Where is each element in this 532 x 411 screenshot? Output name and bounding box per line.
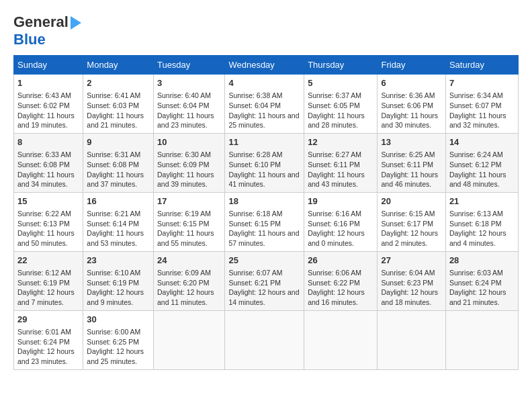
daylight-text: Daylight: 11 hours and 37 minutes. xyxy=(87,171,144,189)
calendar-cell: 30Sunrise: 6:00 AMSunset: 6:25 PMDayligh… xyxy=(83,310,154,369)
daylight-text: Daylight: 11 hours and 25 minutes. xyxy=(228,111,299,130)
calendar-week-row: 22Sunrise: 6:12 AMSunset: 6:19 PMDayligh… xyxy=(14,251,519,310)
daylight-text: Daylight: 12 hours and 9 minutes. xyxy=(87,288,144,306)
sunset-text: Sunset: 6:20 PM xyxy=(157,279,210,287)
day-number: 30 xyxy=(87,314,150,326)
calendar-cell: 6Sunrise: 6:36 AMSunset: 6:06 PMDaylight… xyxy=(378,75,445,134)
logo-blue: Blue xyxy=(13,31,46,48)
daylight-text: Daylight: 12 hours and 2 minutes. xyxy=(381,229,438,247)
sunrise-text: Sunrise: 6:12 AM xyxy=(17,269,71,277)
calendar-cell: 15Sunrise: 6:22 AMSunset: 6:13 PMDayligh… xyxy=(14,192,83,251)
calendar-cell: 3Sunrise: 6:40 AMSunset: 6:04 PMDaylight… xyxy=(153,75,224,134)
daylight-text: Daylight: 11 hours and 34 minutes. xyxy=(17,171,75,189)
calendar-cell: 20Sunrise: 6:15 AMSunset: 6:17 PMDayligh… xyxy=(378,192,445,251)
calendar-cell: 26Sunrise: 6:06 AMSunset: 6:22 PMDayligh… xyxy=(304,251,378,310)
sunset-text: Sunset: 6:08 PM xyxy=(17,161,70,169)
calendar-cell: 7Sunrise: 6:34 AMSunset: 6:07 PMDaylight… xyxy=(445,75,518,134)
calendar-cell: 17Sunrise: 6:19 AMSunset: 6:15 PMDayligh… xyxy=(153,192,224,251)
calendar-week-row: 1Sunrise: 6:43 AMSunset: 6:02 PMDaylight… xyxy=(14,75,519,134)
sunset-text: Sunset: 6:18 PM xyxy=(449,220,502,228)
sunrise-text: Sunrise: 6:04 AM xyxy=(381,269,435,277)
calendar-cell: 11Sunrise: 6:28 AMSunset: 6:10 PMDayligh… xyxy=(225,133,304,192)
daylight-text: Daylight: 12 hours and 11 minutes. xyxy=(157,288,214,306)
sunrise-text: Sunrise: 6:15 AM xyxy=(381,210,435,218)
logo-arrow-icon xyxy=(71,16,81,30)
day-number: 8 xyxy=(17,136,79,148)
day-number: 4 xyxy=(228,77,300,89)
daylight-text: Daylight: 12 hours and 23 minutes. xyxy=(17,347,75,365)
sunset-text: Sunset: 6:03 PM xyxy=(87,101,139,109)
sunset-text: Sunset: 6:04 PM xyxy=(157,101,210,109)
sunrise-text: Sunrise: 6:09 AM xyxy=(157,269,211,277)
sunset-text: Sunset: 6:19 PM xyxy=(17,279,70,287)
calendar-cell: 5Sunrise: 6:37 AMSunset: 6:05 PMDaylight… xyxy=(304,75,378,134)
calendar-cell: 21Sunrise: 6:13 AMSunset: 6:18 PMDayligh… xyxy=(445,192,518,251)
sunset-text: Sunset: 6:25 PM xyxy=(87,338,139,346)
calendar-header-row: SundayMondayTuesdayWednesdayThursdayFrid… xyxy=(14,56,519,75)
sunrise-text: Sunrise: 6:01 AM xyxy=(17,328,71,336)
calendar-cell: 10Sunrise: 6:30 AMSunset: 6:09 PMDayligh… xyxy=(153,133,224,192)
day-number: 24 xyxy=(157,255,221,267)
logo: General Blue xyxy=(13,13,81,48)
day-number: 25 xyxy=(228,255,300,267)
day-number: 9 xyxy=(87,136,150,148)
sunrise-text: Sunrise: 6:24 AM xyxy=(449,150,503,158)
calendar-cell: 2Sunrise: 6:41 AMSunset: 6:03 PMDaylight… xyxy=(83,75,154,134)
sunrise-text: Sunrise: 6:00 AM xyxy=(87,328,140,336)
calendar-cell: 19Sunrise: 6:16 AMSunset: 6:16 PMDayligh… xyxy=(304,192,378,251)
day-number: 2 xyxy=(87,77,150,89)
daylight-text: Daylight: 11 hours and 19 minutes. xyxy=(17,111,75,130)
daylight-text: Daylight: 11 hours and 30 minutes. xyxy=(381,111,438,130)
daylight-text: Daylight: 11 hours and 21 minutes. xyxy=(87,111,144,130)
day-number: 21 xyxy=(449,195,515,208)
calendar-cell: 13Sunrise: 6:25 AMSunset: 6:11 PMDayligh… xyxy=(378,133,445,192)
daylight-text: Daylight: 11 hours and 32 minutes. xyxy=(449,111,506,130)
day-number: 7 xyxy=(449,77,515,89)
day-number: 20 xyxy=(381,195,441,208)
daylight-text: Daylight: 12 hours and 18 minutes. xyxy=(381,288,438,306)
calendar-cell: 25Sunrise: 6:07 AMSunset: 6:21 PMDayligh… xyxy=(225,251,304,310)
sunrise-text: Sunrise: 6:25 AM xyxy=(381,150,435,158)
day-header-sunday: Sunday xyxy=(14,56,83,75)
sunrise-text: Sunrise: 6:19 AM xyxy=(157,210,211,218)
daylight-text: Daylight: 12 hours and 25 minutes. xyxy=(87,347,144,365)
day-number: 18 xyxy=(228,195,300,208)
daylight-text: Daylight: 11 hours and 48 minutes. xyxy=(449,171,506,189)
daylight-text: Daylight: 11 hours and 53 minutes. xyxy=(87,229,144,247)
logo-general: General xyxy=(13,13,69,31)
daylight-text: Daylight: 11 hours and 41 minutes. xyxy=(228,171,299,189)
calendar-cell xyxy=(378,310,445,369)
day-number: 29 xyxy=(17,314,79,326)
day-number: 5 xyxy=(308,77,373,89)
daylight-text: Daylight: 12 hours and 7 minutes. xyxy=(17,288,75,306)
daylight-text: Daylight: 11 hours and 46 minutes. xyxy=(381,171,438,189)
sunset-text: Sunset: 6:22 PM xyxy=(308,279,360,287)
sunrise-text: Sunrise: 6:07 AM xyxy=(228,269,282,277)
day-number: 17 xyxy=(157,195,221,208)
calendar-cell: 1Sunrise: 6:43 AMSunset: 6:02 PMDaylight… xyxy=(14,75,83,134)
calendar-cell: 22Sunrise: 6:12 AMSunset: 6:19 PMDayligh… xyxy=(14,251,83,310)
sunset-text: Sunset: 6:24 PM xyxy=(17,338,70,346)
calendar-cell: 9Sunrise: 6:31 AMSunset: 6:08 PMDaylight… xyxy=(83,133,154,192)
sunset-text: Sunset: 6:09 PM xyxy=(157,161,210,169)
daylight-text: Daylight: 12 hours and 0 minutes. xyxy=(308,229,365,247)
sunrise-text: Sunrise: 6:40 AM xyxy=(157,91,211,99)
calendar-cell: 24Sunrise: 6:09 AMSunset: 6:20 PMDayligh… xyxy=(153,251,224,310)
calendar-cell: 29Sunrise: 6:01 AMSunset: 6:24 PMDayligh… xyxy=(14,310,83,369)
sunrise-text: Sunrise: 6:21 AM xyxy=(87,210,140,218)
day-number: 12 xyxy=(308,136,373,148)
calendar-cell: 8Sunrise: 6:33 AMSunset: 6:08 PMDaylight… xyxy=(14,133,83,192)
sunset-text: Sunset: 6:16 PM xyxy=(308,220,360,228)
sunset-text: Sunset: 6:07 PM xyxy=(449,101,502,109)
day-number: 28 xyxy=(449,255,515,267)
daylight-text: Daylight: 11 hours and 39 minutes. xyxy=(157,171,214,189)
calendar-cell: 27Sunrise: 6:04 AMSunset: 6:23 PMDayligh… xyxy=(378,251,445,310)
calendar-week-row: 8Sunrise: 6:33 AMSunset: 6:08 PMDaylight… xyxy=(14,133,519,192)
day-header-tuesday: Tuesday xyxy=(153,56,224,75)
page-header: General Blue xyxy=(13,13,519,48)
day-header-friday: Friday xyxy=(378,56,445,75)
calendar-cell xyxy=(225,310,304,369)
sunset-text: Sunset: 6:04 PM xyxy=(228,101,281,109)
day-number: 10 xyxy=(157,136,221,148)
day-number: 13 xyxy=(381,136,441,148)
